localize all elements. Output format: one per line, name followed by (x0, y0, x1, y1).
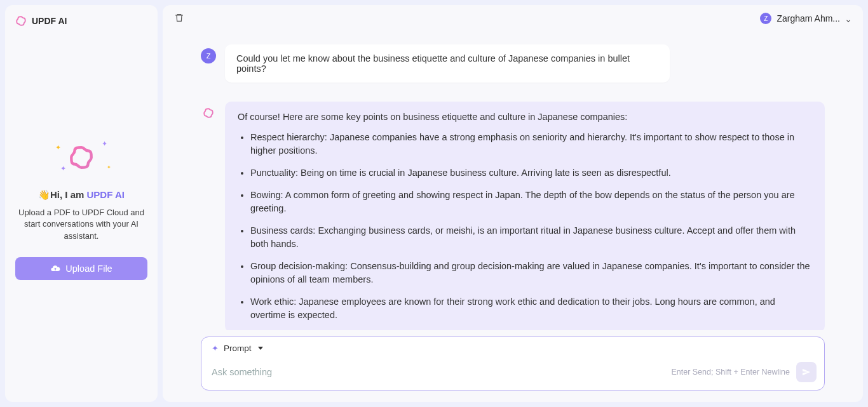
ai-avatar-icon (201, 105, 216, 121)
list-item: Punctuality: Being on time is crucial in… (250, 166, 812, 180)
delete-icon[interactable] (174, 13, 184, 24)
send-button[interactable] (796, 362, 817, 382)
upload-label: Upload File (65, 264, 112, 274)
list-item: Respect hierarchy: Japanese companies ha… (250, 131, 812, 157)
sidebar: UPDF AI ✦ ✦ ✦ ✦ 👋Hi, I am UPDF AI Upload… (5, 5, 158, 402)
main-panel: Z Zargham Ahm... Z Could you let me know… (163, 5, 863, 402)
input-hint: Enter Send; Shift + Enter Newline (671, 368, 790, 377)
avatar: Z (760, 13, 771, 24)
sidebar-intro: ✦ ✦ ✦ ✦ 👋Hi, I am UPDF AI Upload a PDF t… (13, 27, 150, 392)
dropdown-triangle-icon (258, 347, 263, 350)
list-item: Work ethic: Japanese employees are known… (250, 295, 812, 322)
user-avatar: Z (201, 48, 216, 63)
sidebar-header: UPDF AI (13, 15, 150, 27)
chat-area: Z Could you let me know about the busine… (163, 32, 863, 330)
user-message-bubble: Could you let me know about the business… (225, 44, 670, 83)
input-zone: ✦ Prompt Enter Send; Shift + Enter Newli… (201, 337, 825, 390)
input-row: Enter Send; Shift + Enter Newline (201, 357, 824, 390)
sparkle-icon: ✦ (107, 164, 111, 170)
user-menu[interactable]: Z Zargham Ahm... (760, 13, 851, 24)
updf-logo-icon (68, 144, 95, 171)
sparkle-icon: ✦ (102, 140, 107, 148)
sidebar-title: UPDF AI (32, 16, 67, 26)
message-input[interactable] (212, 367, 665, 377)
prompt-label: Prompt (224, 344, 252, 353)
upload-file-button[interactable]: Upload File (15, 257, 147, 280)
sparkle-icon: ✦ (212, 344, 219, 353)
list-item: Business cards: Exchanging business card… (250, 224, 812, 251)
greeting-prefix: 👋Hi, I am (38, 189, 87, 200)
user-message-row: Z Could you let me know about the busine… (201, 44, 825, 83)
sparkle-icon: ✦ (55, 143, 61, 152)
greeting-brand: UPDF AI (87, 189, 125, 200)
prompt-selector[interactable]: ✦ Prompt (201, 337, 824, 357)
user-name: Zargham Ahm... (776, 13, 840, 23)
topbar: Z Zargham Ahm... (163, 5, 863, 32)
ai-message-row: Of course! Here are some key points on b… (201, 102, 825, 330)
list-item: Bowing: A common form of greeting and sh… (250, 189, 812, 215)
ai-bullet-list: Respect hierarchy: Japanese companies ha… (238, 131, 812, 322)
sparkle-icon: ✦ (60, 164, 66, 173)
ai-message-bubble: Of course! Here are some key points on b… (225, 102, 825, 330)
ai-intro-text: Of course! Here are some key points on b… (238, 112, 812, 122)
sidebar-description: Upload a PDF to UPDF Cloud and start con… (15, 207, 147, 242)
greeting-text: 👋Hi, I am UPDF AI (38, 189, 125, 201)
logo-sparkle-wrap: ✦ ✦ ✦ ✦ (46, 138, 116, 177)
list-item: Group decision-making: Consensus-buildin… (250, 260, 812, 286)
cloud-upload-icon (50, 264, 60, 274)
updf-logo-icon (15, 15, 27, 27)
chevron-down-icon (845, 15, 851, 22)
